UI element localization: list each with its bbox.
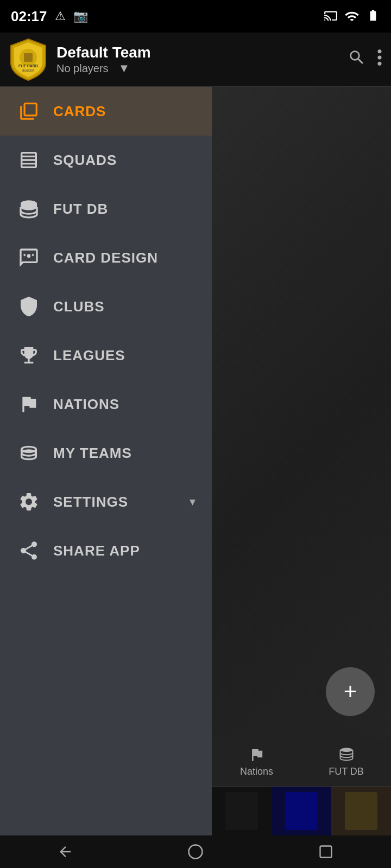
sidebar-item-squads[interactable]: SQUADS — [0, 136, 212, 184]
recent-button[interactable] — [310, 841, 342, 863]
carddesign-label: CARD DESIGN — [53, 250, 158, 266]
svg-point-11 — [340, 748, 352, 752]
tab-item-nations[interactable]: Nations — [212, 738, 301, 786]
app-logo: FUT CARD BUILDER — [9, 38, 48, 81]
thumbnail-1 — [212, 787, 272, 835]
bottom-tab-bar: Nations FUT DB — [212, 738, 391, 835]
squads-icon — [16, 148, 41, 173]
right-panel: + Nations — [212, 87, 391, 835]
tab-thumbnails — [212, 787, 391, 835]
nations-label: NATIONS — [53, 396, 119, 413]
back-button[interactable] — [49, 841, 81, 863]
sidebar: CARDS SQUADS FUT DB — [0, 87, 212, 835]
thumbnail-2 — [272, 787, 331, 835]
sidebar-item-myteams[interactable]: MY TEAMS — [0, 429, 212, 477]
tab-item-futdb[interactable]: FUT DB — [301, 738, 391, 786]
carddesign-icon — [16, 245, 41, 270]
futdb-label: FUT DB — [53, 201, 108, 218]
cards-label: CARDS — [53, 103, 106, 120]
svg-point-4 — [377, 49, 381, 53]
clubs-icon — [16, 294, 41, 319]
settings-label: SETTINGS — [53, 494, 128, 510]
futdb-tab-label: FUT DB — [329, 766, 364, 777]
nations-icon — [16, 392, 41, 417]
sidebar-item-cards[interactable]: CARDS — [0, 87, 212, 136]
tab-bar: Nations FUT DB — [212, 738, 391, 787]
flag-icon — [248, 746, 266, 764]
svg-point-12 — [189, 845, 203, 859]
camera-icon: 📷 — [73, 9, 88, 23]
cast-icon — [324, 9, 338, 24]
shareapp-label: SHARE APP — [53, 542, 140, 559]
home-button[interactable] — [179, 841, 212, 863]
wifi-icon — [344, 9, 360, 24]
svg-point-5 — [377, 55, 381, 59]
header-subtitle: No players — [56, 62, 109, 75]
alert-icon: ⚠ — [55, 9, 66, 23]
header-actions — [348, 48, 382, 71]
search-button[interactable] — [348, 48, 366, 71]
fab-add-button[interactable]: + — [326, 667, 375, 716]
clubs-label: CLUBS — [53, 298, 105, 315]
header-title: Default Team — [56, 44, 348, 61]
thumbnail-3 — [331, 787, 391, 835]
more-options-button[interactable] — [377, 48, 382, 71]
svg-point-6 — [377, 62, 381, 66]
settings-chevron: ▾ — [190, 495, 195, 509]
squads-label: SQUADS — [53, 152, 117, 169]
sidebar-item-settings[interactable]: SETTINGS ▾ — [0, 477, 212, 526]
leagues-icon — [16, 343, 41, 368]
database-icon — [338, 746, 355, 764]
svg-text:BUILDER: BUILDER — [22, 69, 34, 72]
myteams-icon — [16, 441, 41, 465]
leagues-label: LEAGUES — [53, 347, 125, 364]
nations-tab-label: Nations — [240, 766, 273, 777]
settings-icon — [16, 489, 41, 514]
svg-rect-13 — [320, 846, 332, 858]
main-layout: CARDS SQUADS FUT DB — [0, 87, 391, 835]
cards-icon — [16, 99, 41, 124]
sidebar-item-clubs[interactable]: CLUBS — [0, 282, 212, 331]
battery-icon — [366, 9, 380, 24]
status-bar: 02:17 ⚠ 📷 — [0, 0, 391, 33]
nav-bar — [0, 835, 391, 868]
myteams-label: MY TEAMS — [53, 445, 132, 462]
svg-rect-1 — [24, 53, 33, 62]
sidebar-item-leagues[interactable]: LEAGUES — [0, 331, 212, 380]
shareapp-icon — [16, 538, 41, 563]
sidebar-item-nations[interactable]: NATIONS — [0, 380, 212, 429]
sidebar-item-carddesign[interactable]: CARD DESIGN — [0, 233, 212, 282]
sidebar-item-shareapp[interactable]: SHARE APP — [0, 526, 212, 575]
futdb-icon — [16, 196, 41, 221]
team-dropdown[interactable]: ▼ — [118, 61, 130, 75]
svg-point-8 — [27, 254, 31, 258]
right-panel-background — [212, 87, 391, 835]
sidebar-item-futdb[interactable]: FUT DB — [0, 184, 212, 233]
svg-text:FUT CARD: FUT CARD — [18, 64, 38, 68]
status-time: 02:17 — [11, 8, 47, 25]
header-info: Default Team No players ▼ — [56, 44, 348, 75]
fab-plus-icon: + — [344, 680, 357, 703]
header: FUT CARD BUILDER Default Team No players… — [0, 33, 391, 87]
